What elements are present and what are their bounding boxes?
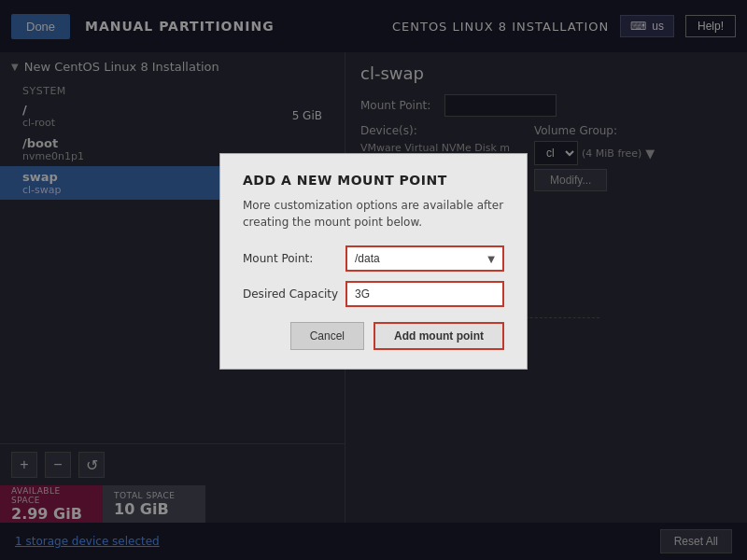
dialog-mount-point-row: Mount Point: /data / /boot /home /var sw… xyxy=(243,245,504,272)
dialog-mount-point-select[interactable]: /data / /boot /home /var swap xyxy=(347,247,502,270)
dialog-overlay: ADD A NEW MOUNT POINT More customization… xyxy=(0,0,747,560)
mount-point-select-wrapper: /data / /boot /home /var swap ▼ xyxy=(345,245,504,272)
dialog-buttons: Cancel Add mount point xyxy=(243,322,504,350)
add-mount-point-dialog: ADD A NEW MOUNT POINT More customization… xyxy=(219,153,528,370)
dialog-mount-point-label: Mount Point: xyxy=(243,252,345,265)
dialog-description: More customization options are available… xyxy=(243,197,504,231)
dialog-title: ADD A NEW MOUNT POINT xyxy=(243,173,504,188)
cancel-button[interactable]: Cancel xyxy=(290,322,364,350)
add-mount-point-button[interactable]: Add mount point xyxy=(374,322,504,350)
dialog-capacity-input[interactable] xyxy=(345,281,504,307)
dialog-capacity-label: Desired Capacity xyxy=(243,287,345,301)
dialog-capacity-row: Desired Capacity xyxy=(243,281,504,307)
